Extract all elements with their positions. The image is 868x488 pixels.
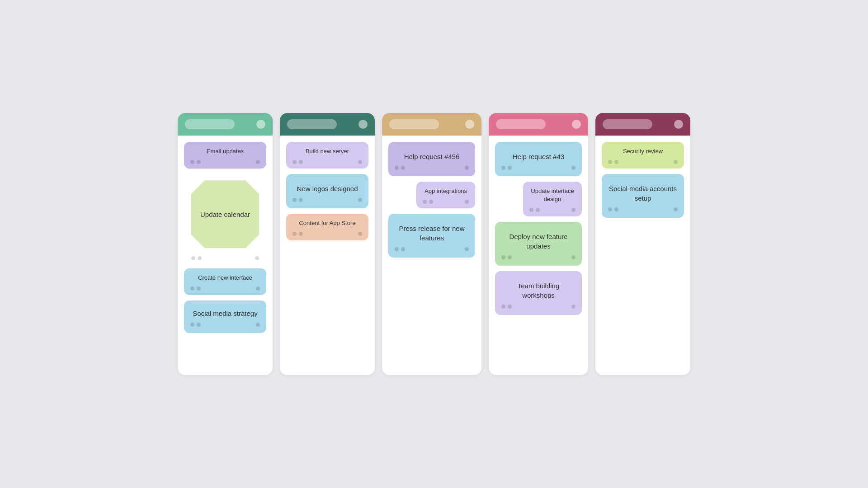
card-sms-footer (190, 323, 260, 327)
column-3-body: Help request #456 App integrations (382, 136, 481, 258)
card-deploy-text: Deploy new feature updates (501, 232, 576, 251)
card-help-43[interactable]: Help request #43 (495, 142, 582, 176)
card-app-integrations[interactable]: App integrations (416, 182, 475, 208)
column-1-pill (185, 119, 235, 129)
dot-1 (190, 160, 194, 164)
card-social-accounts[interactable]: Social media accounts setup (602, 174, 684, 218)
h43-dot-right (571, 166, 576, 170)
dot-1 (608, 207, 612, 211)
card-update-calendar-wrapper[interactable]: Update calendar (184, 174, 266, 263)
dot-2 (299, 198, 303, 202)
card-new-logos[interactable]: New logos designed (286, 174, 368, 208)
h456-dots (395, 166, 405, 170)
column-1-header (178, 113, 273, 136)
pr-dots (395, 247, 405, 251)
card-build-new-server[interactable]: Build new server (286, 142, 368, 169)
card-sa-footer (608, 207, 678, 211)
nl-dot-right (358, 198, 362, 202)
card-sr-footer (608, 160, 678, 164)
card-create-interface[interactable]: Create new interface (184, 268, 266, 295)
card-social-accounts-text: Social media accounts setup (608, 184, 678, 203)
column-2: Build new server New logos designed (280, 113, 375, 375)
sms-dots (190, 323, 201, 327)
card-app-int-text: App integrations (423, 187, 469, 195)
card-build-server-footer (292, 160, 362, 164)
column-4-body: Help request #43 Update interface design (489, 136, 588, 315)
column-2-dot (359, 120, 368, 129)
dot-2 (197, 323, 201, 327)
column-2-pill (287, 119, 337, 129)
dot-2 (536, 208, 540, 212)
dot-2 (614, 160, 618, 164)
dot-1 (191, 256, 195, 260)
tb-dot-right (571, 305, 576, 309)
oct-dots-left (191, 256, 202, 260)
oct-dot-right (255, 256, 259, 260)
card-h43-footer (501, 166, 576, 170)
dot-2 (508, 166, 512, 170)
dot-1 (190, 286, 194, 291)
card-tb-footer (501, 305, 576, 309)
card-cas-footer (292, 232, 362, 236)
card-help-456-text: Help request #456 (395, 152, 469, 161)
h456-dot-right (465, 166, 469, 170)
card-ui-footer (529, 208, 576, 212)
column-5: Security review Social media accounts se… (595, 113, 690, 375)
dot-2 (508, 255, 512, 259)
kanban-board: Email updates Update calendar (164, 95, 704, 393)
card-build-server-text: Build new server (292, 147, 362, 155)
card-press-release-text: Press release for new features (395, 224, 469, 243)
card-email-updates-footer (190, 160, 260, 164)
card-update-calendar: Update calendar (191, 180, 259, 248)
pr-dot-right (465, 247, 469, 251)
column-3-header (382, 113, 481, 136)
tb-dots (501, 305, 512, 309)
deploy-dots (501, 255, 512, 259)
column-3-dot (465, 120, 474, 129)
dot-1 (395, 247, 399, 251)
card-content-app-store[interactable]: Content for App Store (286, 214, 368, 240)
deploy-dot-right (571, 255, 576, 259)
card-email-updates-dots (190, 160, 201, 164)
card-create-interface-footer (190, 286, 260, 291)
sa-dot-right (674, 207, 678, 211)
column-5-pill (603, 119, 652, 129)
card-press-release[interactable]: Press release for new features (388, 214, 475, 258)
sr-dots (608, 160, 618, 164)
ai-dots (423, 200, 433, 204)
card-update-calendar-footer (191, 256, 259, 260)
card-deploy[interactable]: Deploy new feature updates (495, 222, 582, 266)
dot-1 (501, 305, 505, 309)
cas-dot-right (358, 232, 362, 236)
column-5-header (595, 113, 690, 136)
card-security-review[interactable]: Security review (602, 142, 684, 169)
card-update-calendar-text: Update calendar (196, 206, 255, 223)
sms-dot-right (256, 323, 260, 327)
card-update-interface[interactable]: Update interface design (523, 182, 582, 216)
column-4: Help request #43 Update interface design (489, 113, 588, 375)
card-team-building[interactable]: Team building workshops (495, 271, 582, 315)
dot-2 (614, 207, 618, 211)
card-h456-footer (395, 166, 469, 170)
card-help-456[interactable]: Help request #456 (388, 142, 475, 176)
dot-2 (508, 305, 512, 309)
column-2-header (280, 113, 375, 136)
column-4-dot (572, 120, 581, 129)
dot-1 (501, 255, 505, 259)
column-2-body: Build new server New logos designed (280, 136, 375, 240)
sr-dot-right (674, 160, 678, 164)
dot-2 (197, 286, 201, 291)
ci-dots (190, 286, 201, 291)
card-email-updates-text: Email updates (190, 147, 260, 155)
column-4-header (489, 113, 588, 136)
dot-1 (529, 208, 533, 212)
dot-1 (395, 166, 399, 170)
dot-2 (299, 232, 303, 236)
dot-1 (190, 323, 194, 327)
card-social-media-strategy[interactable]: Social media strategy (184, 300, 266, 333)
dot-2 (401, 166, 405, 170)
column-4-pill (496, 119, 546, 129)
card-security-review-text: Security review (608, 147, 678, 155)
dot-1 (501, 166, 505, 170)
card-email-updates[interactable]: Email updates (184, 142, 266, 169)
